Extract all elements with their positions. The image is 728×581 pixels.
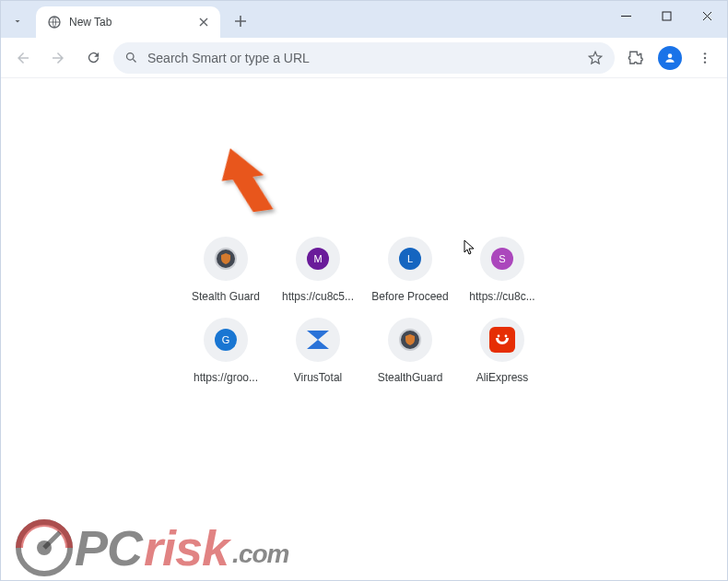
svg-rect-1 [663,12,671,20]
shortcut-label: Stealth Guard [192,290,260,303]
aliexpress-icon [489,327,515,353]
window-controls [605,1,727,34]
vertical-dots-icon [698,51,712,65]
shortcut-virustotal[interactable]: VirusTotal [272,318,364,384]
shortcut-cu8c5[interactable]: M https://cu8c5... [272,237,364,303]
shield-icon [215,248,237,270]
reload-icon [86,50,101,65]
letter-icon: G [215,329,237,351]
svg-point-2 [127,53,135,61]
shortcut-label: AliExpress [476,371,529,384]
extensions-button[interactable] [620,43,650,73]
svg-point-3 [668,53,673,58]
letter-icon: S [491,248,513,270]
menu-button[interactable] [690,43,720,73]
content-area: Stealth Guard M https://cu8c5... L Befor… [1,78,727,581]
close-icon [199,17,208,27]
shortcut-groo[interactable]: G https://groo... [180,318,272,384]
svg-point-7 [498,335,500,338]
new-tab-button[interactable] [228,8,253,34]
watermark-text-dotcom: .com [232,540,288,569]
shortcut-icon-container [296,318,340,362]
shortcuts-grid: Stealth Guard M https://cu8c5... L Befor… [180,237,548,384]
watermark-text-risk: risk [144,519,229,576]
tab-search-dropdown[interactable] [5,8,30,34]
shortcut-icon-container: M [296,237,340,281]
shortcut-label: VirusTotal [294,371,342,384]
shortcut-icon-container: L [388,237,432,281]
watermark-text-pc: PC [75,519,142,576]
plus-icon [234,15,247,28]
shortcut-label: https://cu8c5... [282,290,354,303]
watermark: PCrisk.com [16,519,288,576]
address-input[interactable] [147,51,578,65]
arrow-left-icon [15,50,31,66]
maximize-icon [662,11,672,21]
shortcut-before-proceed[interactable]: L Before Proceed [364,237,456,303]
shortcut-label: Before Proceed [371,290,448,303]
shortcut-label: https://cu8c... [469,290,534,303]
reload-button[interactable] [78,43,108,73]
tab-title: New Tab [69,16,189,29]
minimize-icon [621,11,631,21]
svg-point-4 [704,52,706,54]
shortcut-cu8c[interactable]: S https://cu8c... [456,237,548,303]
watermark-logo-icon [16,519,73,576]
svg-point-6 [704,61,706,63]
search-icon [124,51,138,64]
shortcut-label: https://groo... [194,371,258,384]
minimize-button[interactable] [605,1,646,30]
titlebar: New Tab [1,1,727,38]
tab-close-button[interactable] [196,15,211,29]
letter-icon: L [399,248,421,270]
puzzle-icon [627,50,643,66]
close-icon [702,11,712,21]
letter-icon: M [307,248,329,270]
shortcut-icon-container: S [480,237,524,281]
browser-tab[interactable]: New Tab [36,6,220,38]
shortcut-stealth-guard[interactable]: Stealth Guard [180,237,272,303]
shortcut-icon-container: G [204,318,248,362]
omnibox[interactable] [113,42,615,74]
shortcut-stealthguard[interactable]: StealthGuard [364,318,456,384]
shortcut-aliexpress[interactable]: AliExpress [456,318,548,384]
bookmark-star-icon[interactable] [587,50,604,66]
toolbar [1,38,727,78]
avatar-icon [658,46,682,70]
annotation-arrow-icon [218,145,283,218]
chevron-down-icon [12,16,23,27]
shield-icon [399,329,421,351]
svg-point-5 [704,56,706,58]
svg-point-8 [505,335,508,338]
shortcut-icon-container [204,237,248,281]
close-window-button[interactable] [687,1,727,30]
shortcut-label: StealthGuard [378,371,443,384]
profile-button[interactable] [655,43,685,73]
back-button[interactable] [8,43,38,73]
forward-button[interactable] [43,43,73,73]
maximize-button[interactable] [646,1,687,30]
shortcut-icon-container [480,318,524,362]
arrow-right-icon [50,50,66,66]
globe-icon [47,15,62,29]
shortcut-icon-container [388,318,432,362]
virustotal-icon [305,327,331,353]
